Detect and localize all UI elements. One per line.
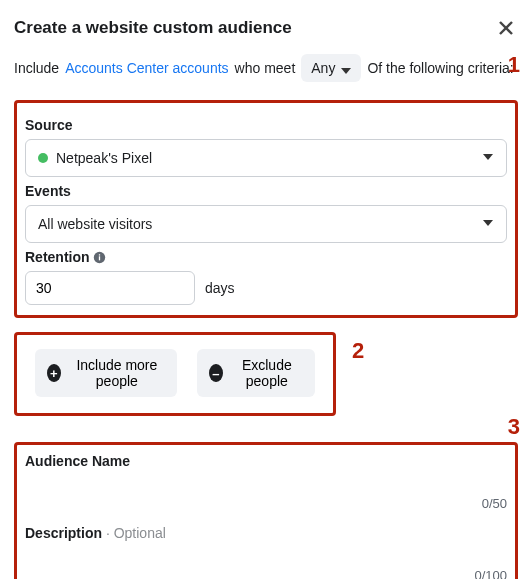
minus-circle-icon: – — [209, 364, 223, 382]
description-label-row: Description · Optional — [25, 525, 507, 541]
annotation-1: 1 — [508, 52, 520, 78]
description-counter: 0/100 — [25, 568, 507, 579]
retention-label: Retention — [25, 249, 507, 265]
caret-down-icon — [482, 150, 494, 166]
caret-down-icon — [482, 216, 494, 232]
include-exclude-section: + Include more people – Exclude people — [14, 332, 336, 416]
description-label: Description — [25, 525, 102, 541]
accounts-center-link[interactable]: Accounts Center accounts — [65, 60, 228, 76]
close-icon — [499, 21, 513, 35]
intro-mid: who meet — [235, 60, 296, 76]
caret-down-icon — [341, 63, 351, 73]
intro-line: Include Accounts Center accounts who mee… — [14, 54, 518, 82]
naming-section: Audience Name 0/50 Description · Optiona… — [14, 442, 518, 579]
events-select[interactable]: All website visitors — [25, 205, 507, 243]
events-label: Events — [25, 183, 507, 199]
annotation-2: 2 — [352, 338, 364, 364]
pixel-status-dot-icon — [38, 153, 48, 163]
criteria-section: Source Netpeak's Pixel Events All websit… — [14, 100, 518, 318]
exclude-people-button[interactable]: – Exclude people — [197, 349, 315, 397]
audience-name-input[interactable] — [25, 469, 507, 494]
description-optional: Optional — [114, 525, 166, 541]
svg-marker-4 — [483, 220, 493, 226]
events-value: All website visitors — [38, 216, 152, 232]
source-select[interactable]: Netpeak's Pixel — [25, 139, 507, 177]
page-title: Create a website custom audience — [14, 18, 292, 38]
audience-name-label: Audience Name — [25, 453, 507, 469]
plus-circle-icon: + — [47, 364, 61, 382]
info-icon[interactable] — [93, 249, 106, 265]
annotation-3: 3 — [508, 414, 520, 440]
audience-name-counter: 0/50 — [25, 496, 507, 511]
include-label: Include more people — [69, 357, 165, 389]
description-input[interactable] — [25, 541, 507, 566]
exclude-label: Exclude people — [231, 357, 303, 389]
intro-pre: Include — [14, 60, 59, 76]
retention-input[interactable] — [25, 271, 195, 305]
svg-marker-2 — [341, 68, 351, 74]
svg-rect-7 — [99, 254, 100, 255]
svg-rect-6 — [99, 256, 100, 260]
source-label: Source — [25, 117, 507, 133]
retention-unit: days — [205, 280, 235, 296]
svg-marker-3 — [483, 154, 493, 160]
intro-post: Of the following criteria: — [367, 60, 513, 76]
match-any-label: Any — [311, 60, 335, 76]
close-button[interactable] — [494, 16, 518, 40]
source-value: Netpeak's Pixel — [56, 150, 152, 166]
match-any-dropdown[interactable]: Any — [301, 54, 361, 82]
include-more-button[interactable]: + Include more people — [35, 349, 177, 397]
